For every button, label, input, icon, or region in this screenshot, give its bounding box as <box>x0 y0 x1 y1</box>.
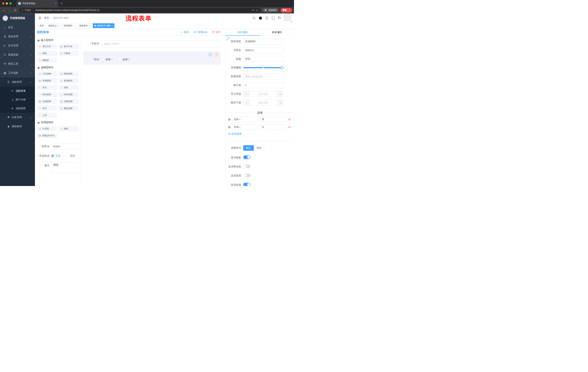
form-remark-textarea[interactable]: 嘿嘿 <box>51 162 78 173</box>
tag-close-icon[interactable]: × <box>58 25 59 27</box>
component-item-date-picker[interactable]: ▦日期选择 <box>37 99 57 104</box>
font-size-icon[interactable]: TT <box>278 16 281 20</box>
back-button[interactable]: ← <box>2 9 6 12</box>
component-item-upload[interactable]: ↑上传 <box>37 112 57 118</box>
component-item-radio-group[interactable]: ◉单选框组 <box>37 78 57 83</box>
tag-close-icon[interactable]: × <box>89 25 90 27</box>
sidebar-item-infrastructure[interactable]: ☷ 基础设施 <box>0 50 35 59</box>
option-label-input[interactable] <box>232 117 259 122</box>
disabled-switch[interactable] <box>243 174 251 177</box>
tab-form-props[interactable]: 表单属性 <box>260 29 294 36</box>
copy-component-icon[interactable] <box>209 53 212 57</box>
minimize-window-button[interactable] <box>6 2 8 5</box>
breadcrumb-home[interactable]: 首页 <box>44 16 49 20</box>
component-item-table[interactable]: ▩表格[开发中] <box>37 133 57 138</box>
component-item-time-picker[interactable]: ◔时间选择 <box>37 92 57 97</box>
component-item-time-range[interactable]: ◕时间范围 <box>59 92 79 97</box>
key-icon[interactable] <box>252 9 255 11</box>
security-label[interactable]: 不安全 <box>25 9 31 12</box>
tag-process-definition[interactable]: 流程定义 × <box>47 23 61 28</box>
fullscreen-icon[interactable] <box>272 17 275 20</box>
tag-close-icon[interactable]: × <box>73 25 75 27</box>
url-text[interactable]: dashboard.yudao.iocoder.cn/bpm/manager/f… <box>35 9 251 11</box>
remove-option-icon[interactable]: ⊖ <box>288 118 291 121</box>
checkbox-icon[interactable] <box>101 58 104 61</box>
sidebar-item-dev-tools[interactable]: ⚒ 研发工具 <box>0 59 35 68</box>
style-default-button[interactable]: 默认 <box>243 145 254 151</box>
tag-process-form[interactable]: 流程表单 × <box>77 23 92 28</box>
option-value-input[interactable] <box>260 117 287 122</box>
border-switch[interactable] <box>243 165 251 168</box>
max-select-input[interactable] <box>249 100 277 105</box>
delete-component-icon[interactable] <box>214 53 218 57</box>
component-item-multi-line-text[interactable]: ▤多行文本 <box>59 44 79 49</box>
decrease-button[interactable]: − <box>243 100 249 105</box>
radio-on[interactable] <box>51 155 54 157</box>
bookmark-star-icon[interactable]: ☆ <box>256 9 258 12</box>
tab-component-props[interactable]: 组件属性 <box>226 29 260 36</box>
component-item-rate[interactable]: ☆评分 <box>37 106 57 111</box>
maximize-window-button[interactable] <box>10 2 12 5</box>
reload-button[interactable]: ↻ <box>13 9 18 12</box>
clear-button[interactable]: 清空 <box>212 31 221 34</box>
show-label-switch[interactable] <box>243 155 251 159</box>
sidebar-item-home[interactable]: ⌂ 首页 <box>0 23 35 32</box>
remove-option-icon[interactable]: ⊖ <box>288 126 291 129</box>
sidebar-item-payment-management[interactable]: ¥ 支付管理 <box>0 41 35 50</box>
selected-component-block[interactable]: *性别 选项一 选项二 <box>83 51 221 65</box>
component-type-select[interactable]: 多选框组 <box>243 39 284 44</box>
component-item-button[interactable]: ▭按钮 <box>59 126 79 131</box>
option-label-input[interactable] <box>232 124 259 130</box>
increase-button[interactable]: + <box>277 100 283 105</box>
slider-handle[interactable] <box>281 66 284 69</box>
component-item-cascader[interactable]: ⊞级联选择 <box>59 71 79 76</box>
tab-close-icon[interactable]: × <box>55 2 56 5</box>
default-value-input[interactable] <box>243 82 284 88</box>
github-icon[interactable] <box>259 17 262 20</box>
component-item-editor[interactable]: ✎编辑器 <box>37 57 57 63</box>
browser-tab[interactable]: 芋道管理系统 × <box>16 0 58 7</box>
increase-button[interactable]: + <box>277 91 283 97</box>
gender-option-1[interactable]: 选项一 <box>101 58 113 61</box>
field-name-input[interactable] <box>243 47 284 53</box>
radio-on-label[interactable]: 开启 <box>55 153 60 159</box>
component-item-switch[interactable]: ◐开关 <box>37 85 57 90</box>
sidebar-item-system-management[interactable]: ⚙ 系统管理 <box>0 32 35 41</box>
component-item-select-dropdown[interactable]: ◎下拉选择 <box>37 71 57 76</box>
component-item-row-container[interactable]: ◫行容器 <box>37 126 57 131</box>
gender-option-2[interactable]: 选项二 <box>118 58 130 61</box>
search-icon[interactable] <box>252 17 256 20</box>
required-switch[interactable] <box>243 183 251 186</box>
forward-button[interactable]: → <box>8 9 12 12</box>
form-name-input[interactable] <box>51 143 78 149</box>
tag-process-form-edit[interactable]: 流程表单-编辑 × <box>93 23 115 28</box>
decrease-button[interactable]: − <box>243 91 249 97</box>
update-button[interactable]: 更新 ⋮ <box>281 8 292 12</box>
grid-slider[interactable] <box>243 65 284 71</box>
link-icon[interactable] <box>226 37 230 41</box>
close-window-button[interactable] <box>2 2 4 5</box>
tag-close-icon[interactable]: × <box>112 25 113 27</box>
help-icon[interactable]: ? <box>265 17 268 20</box>
component-item-date-range[interactable]: ▥日期范围 <box>59 99 79 104</box>
sidebar-item-leave-query[interactable]: ♟ 请假查询 <box>0 122 35 131</box>
address-bar[interactable]: ⚠ 不安全 | dashboard.yudao.iocoder.cn/bpm/m… <box>19 8 261 12</box>
sidebar-item-process-form[interactable]: ✎ 流程表单 <box>0 87 35 95</box>
sidebar-item-process-management[interactable]: ☰ 流程管理 <box>0 77 35 87</box>
sidebar-item-user-group[interactable]: ☺ 用户分组 <box>0 95 35 104</box>
component-item-counter[interactable]: 123计数器 <box>59 51 79 56</box>
sidebar-item-process-model[interactable]: ➤ 流程模型 <box>0 104 35 113</box>
phone-input[interactable] <box>101 40 221 47</box>
component-item-password[interactable]: ✳密码 <box>37 51 57 56</box>
new-tab-button[interactable]: + <box>61 2 63 5</box>
form-canvas[interactable]: *手机号 <box>81 36 226 186</box>
component-item-color-picker[interactable]: ◈颜色选择 <box>59 106 79 111</box>
phone-field-row[interactable]: *手机号 <box>83 40 221 47</box>
drag-handle-icon[interactable] <box>228 126 231 128</box>
browser-menu-icon[interactable]: ⋮ <box>288 9 290 12</box>
style-button-button[interactable]: 按钮 <box>254 145 264 151</box>
avatar[interactable] <box>284 14 291 21</box>
radio-off[interactable] <box>66 155 68 157</box>
sidebar-item-task-management[interactable]: ⚑ 任务管理 <box>0 113 35 122</box>
option-value-input[interactable] <box>260 124 287 130</box>
